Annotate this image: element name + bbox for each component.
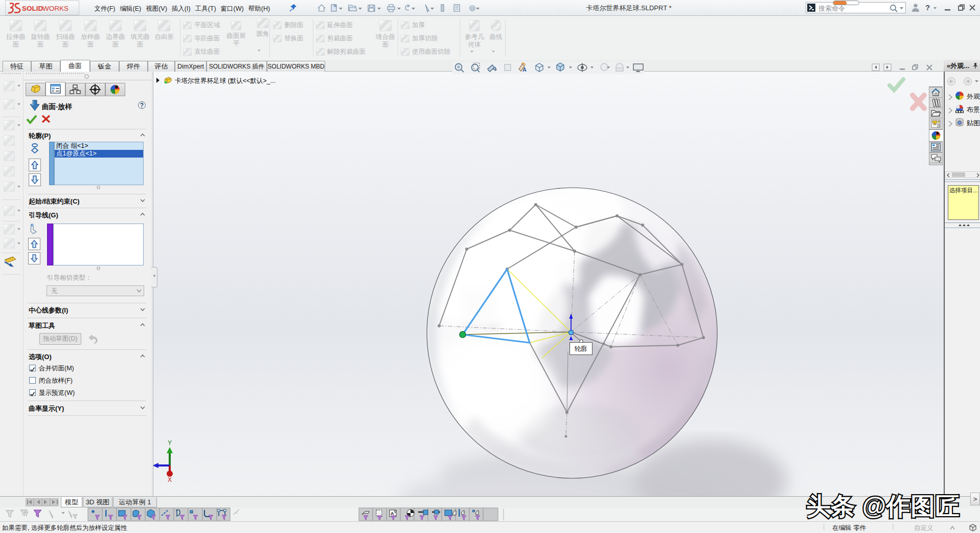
svg-text:A: A (522, 66, 527, 73)
svg-text:SOLID: SOLID (22, 5, 43, 12)
svg-text:Y: Y (168, 439, 172, 447)
svg-text:卡塔尔世界杯足球 (默认<<默认>_...: 卡塔尔世界杯足球 (默认<<默认>_... (175, 77, 276, 84)
svg-text:X: X (168, 476, 172, 483)
svg-text:WORKS: WORKS (42, 5, 69, 12)
svg-text:A: A (391, 511, 394, 516)
svg-text:?: ? (925, 3, 930, 12)
svg-text:轮廓: 轮廓 (575, 345, 587, 352)
